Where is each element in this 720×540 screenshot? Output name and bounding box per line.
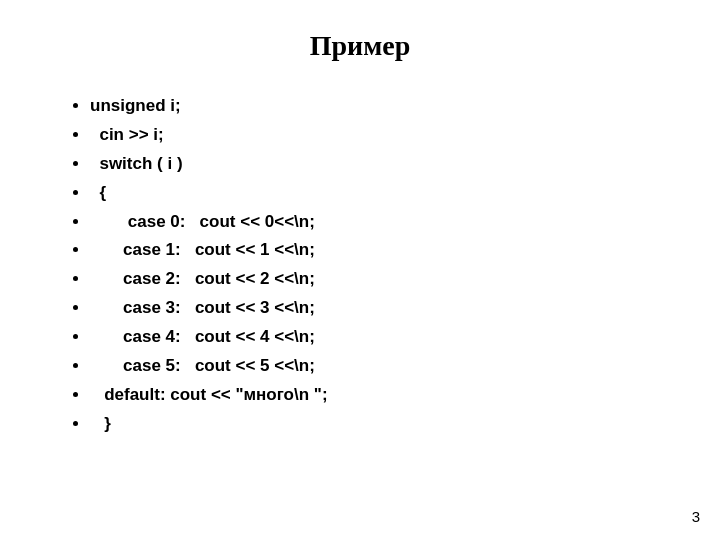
list-item: unsigned i; [90, 92, 660, 121]
bullet-list: unsigned i; cin >> i; switch ( i ) { cas… [60, 92, 660, 439]
list-item: case 4: cout << 4 <<\n; [90, 323, 660, 352]
list-item: case 0: cout << 0<<\n; [90, 208, 660, 237]
slide-content: unsigned i; cin >> i; switch ( i ) { cas… [60, 92, 660, 500]
list-item: case 2: cout << 2 <<\n; [90, 265, 660, 294]
page-number: 3 [692, 508, 700, 525]
list-item: } [90, 410, 660, 439]
list-item: case 5: cout << 5 <<\n; [90, 352, 660, 381]
list-item: switch ( i ) [90, 150, 660, 179]
slide: Пример unsigned i; cin >> i; switch ( i … [0, 0, 720, 540]
slide-title: Пример [60, 30, 660, 62]
list-item: default: cout << "много\n "; [90, 381, 660, 410]
list-item: cin >> i; [90, 121, 660, 150]
list-item: case 1: cout << 1 <<\n; [90, 236, 660, 265]
list-item: case 3: cout << 3 <<\n; [90, 294, 660, 323]
list-item: { [90, 179, 660, 208]
